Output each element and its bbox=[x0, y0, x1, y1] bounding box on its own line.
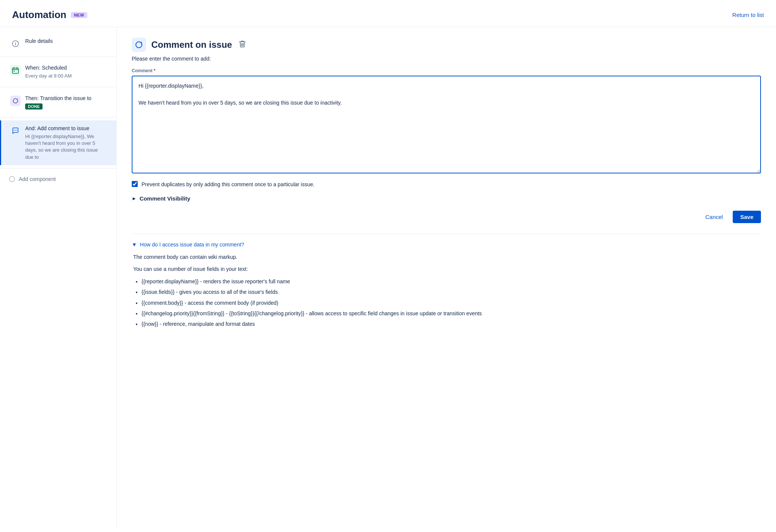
sidebar-divider-3 bbox=[0, 117, 116, 117]
and-sublabel: Hi {{reporter.displayName}}, We haven't … bbox=[25, 133, 107, 161]
svg-rect-6 bbox=[14, 71, 15, 71]
calendar-icon bbox=[10, 65, 21, 76]
checkbox-row: Prevent duplicates by only adding this c… bbox=[132, 181, 761, 188]
help-fields-list: {{reporter.displayName}} - renders the i… bbox=[133, 277, 761, 328]
save-button[interactable]: Save bbox=[733, 211, 761, 223]
info-icon: i bbox=[10, 38, 21, 49]
panel-title: Comment on issue bbox=[151, 40, 232, 50]
comment-icon bbox=[10, 126, 21, 136]
sidebar-divider-2 bbox=[0, 87, 116, 87]
required-star: * bbox=[154, 68, 155, 73]
comment-visibility-section[interactable]: ► Comment Visibility bbox=[132, 195, 761, 202]
sidebar-item-and-add-comment[interactable]: And: Add comment to issue Hi {{reporter.… bbox=[0, 120, 116, 165]
trash-icon[interactable] bbox=[239, 40, 246, 50]
help-toggle-label: How do I access issue data in my comment… bbox=[140, 242, 244, 248]
list-item: {{#changelog.priority}}{{fromString}} - … bbox=[142, 309, 761, 318]
cancel-button[interactable]: Cancel bbox=[699, 211, 729, 223]
svg-text:i: i bbox=[15, 41, 16, 46]
page-title: Automation bbox=[12, 9, 66, 21]
transition-icon bbox=[10, 96, 21, 106]
header-left: Automation NEW bbox=[12, 9, 87, 21]
svg-point-7 bbox=[15, 130, 16, 131]
then-label: Then: Transition the issue to bbox=[25, 95, 91, 102]
prevent-duplicates-label[interactable]: Prevent duplicates by only adding this c… bbox=[142, 181, 315, 188]
svg-line-11 bbox=[241, 43, 242, 46]
when-sublabel: Every day at 9:00 AM bbox=[25, 73, 72, 79]
list-item: {{now}} - reference, manipulate and form… bbox=[142, 320, 761, 328]
svg-line-12 bbox=[243, 43, 243, 46]
content-panel: Comment on issue Please enter the commen… bbox=[117, 27, 776, 529]
new-badge: NEW bbox=[71, 12, 87, 18]
panel-action-icon bbox=[132, 38, 146, 52]
return-to-list-link[interactable]: Return to list bbox=[732, 12, 764, 18]
sidebar-divider-4 bbox=[0, 168, 116, 169]
sidebar: i Rule details When: Scheduled bbox=[0, 27, 117, 529]
sidebar-item-rule-details[interactable]: i Rule details bbox=[0, 33, 116, 53]
main-layout: i Rule details When: Scheduled bbox=[0, 27, 776, 529]
prevent-duplicates-checkbox[interactable] bbox=[132, 181, 138, 187]
list-item: {{reporter.displayName}} - renders the i… bbox=[142, 277, 761, 286]
list-item: {{comment.body}} - access the comment bo… bbox=[142, 299, 761, 307]
action-buttons: Cancel Save bbox=[132, 211, 761, 223]
help-toggle[interactable]: ▼ How do I access issue data in my comme… bbox=[132, 242, 761, 248]
help-body: The comment body can contain wiki markup… bbox=[132, 253, 761, 328]
sidebar-divider-1 bbox=[0, 56, 116, 57]
comment-textarea[interactable]: Hi {{reporter.displayName}}, We haven't … bbox=[132, 76, 761, 173]
when-label: When: Scheduled bbox=[25, 64, 72, 72]
chevron-down-icon: ▼ bbox=[132, 242, 137, 248]
add-component-circle bbox=[9, 176, 15, 182]
add-component[interactable]: Add component bbox=[0, 172, 116, 187]
done-badge: DONE bbox=[25, 103, 43, 109]
chevron-right-icon: ► bbox=[132, 196, 137, 201]
panel-header: Comment on issue bbox=[132, 38, 761, 52]
list-item: {{issue.fields}} - gives you access to a… bbox=[142, 288, 761, 296]
sidebar-item-then-transition[interactable]: Then: Transition the issue to DONE bbox=[0, 90, 116, 114]
sidebar-item-when-scheduled[interactable]: When: Scheduled Every day at 9:00 AM bbox=[0, 60, 116, 84]
rule-details-label: Rule details bbox=[25, 38, 53, 45]
svg-rect-2 bbox=[12, 68, 18, 73]
help-p2: You can use a number of issue fields in … bbox=[133, 265, 761, 273]
svg-point-8 bbox=[14, 130, 15, 131]
page-header: Automation NEW Return to list bbox=[0, 0, 776, 27]
comment-field-label: Comment * bbox=[132, 68, 761, 73]
help-section: ▼ How do I access issue data in my comme… bbox=[132, 234, 761, 328]
add-component-label: Add component bbox=[19, 176, 56, 182]
comment-visibility-label: Comment Visibility bbox=[140, 195, 190, 202]
svg-point-9 bbox=[17, 130, 17, 131]
help-p1: The comment body can contain wiki markup… bbox=[133, 253, 761, 261]
panel-description: Please enter the comment to add: bbox=[132, 56, 761, 62]
and-label: And: Add comment to issue bbox=[25, 125, 107, 132]
